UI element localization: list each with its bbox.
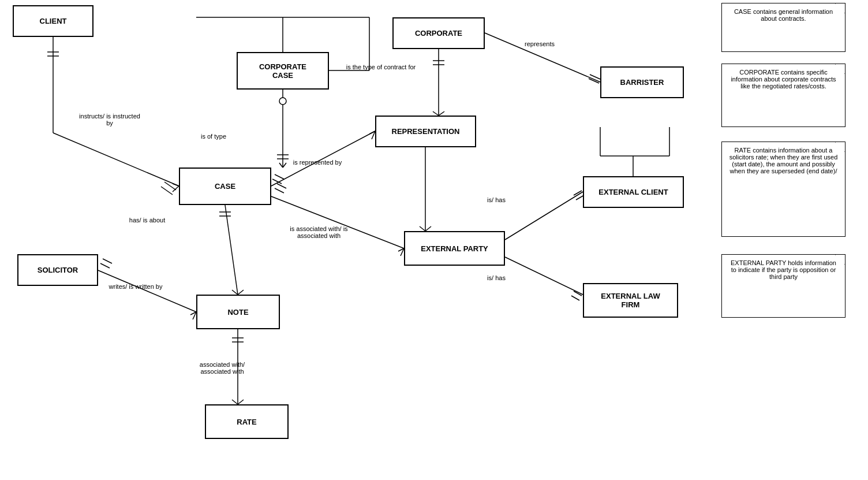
entity-external-client: EXTERNAL CLIENT <box>583 176 684 208</box>
note-rate: RATE contains information about a solici… <box>721 142 845 237</box>
label-is-of-type: is of type <box>190 133 237 140</box>
svg-line-5 <box>161 187 173 195</box>
label-is-type-contract: is the type of contract for <box>335 64 427 70</box>
svg-line-49 <box>238 290 244 295</box>
svg-line-22 <box>439 111 444 116</box>
entity-external-law-firm: EXTERNAL LAW FIRM <box>583 283 678 318</box>
entity-corporate: CORPORATE <box>392 17 485 49</box>
svg-line-39 <box>505 192 583 240</box>
label-writes: writes/ is written by <box>107 283 164 290</box>
label-is-has-external-client: is/ has <box>479 196 514 203</box>
entity-case: CASE <box>179 168 271 205</box>
svg-line-45 <box>225 205 238 295</box>
entity-rate: RATE <box>205 404 289 439</box>
svg-line-4 <box>164 182 176 190</box>
svg-line-21 <box>433 111 439 116</box>
entity-representation: REPRESENTATION <box>375 116 476 147</box>
entity-note: NOTE <box>196 295 280 329</box>
svg-line-48 <box>232 290 238 295</box>
note-corporate: CORPORATE contains specific information … <box>721 64 845 127</box>
svg-line-7 <box>173 186 179 192</box>
svg-line-58 <box>232 400 238 404</box>
note-case: CASE contains general information about … <box>721 3 845 52</box>
svg-line-25 <box>590 75 600 79</box>
svg-line-50 <box>98 270 196 312</box>
diagram: CLIENT CORPORATE CORPORATE CASE BARRISTE… <box>0 0 868 480</box>
note-external-party: EXTERNAL PARTY holds information to indi… <box>721 254 845 318</box>
entity-client: CLIENT <box>13 5 93 37</box>
label-is-has-external-law: is/ has <box>479 274 514 281</box>
svg-line-35 <box>275 188 284 193</box>
svg-line-28 <box>275 174 284 179</box>
svg-line-59 <box>238 400 244 404</box>
label-instructs: instructs/ is instructed by <box>75 113 144 126</box>
svg-line-42 <box>505 257 583 295</box>
svg-line-51 <box>100 263 110 268</box>
svg-line-44 <box>571 296 579 300</box>
svg-line-6 <box>173 184 179 186</box>
svg-line-53 <box>190 312 196 315</box>
entity-corporate-case: CORPORATE CASE <box>237 52 329 90</box>
svg-line-37 <box>398 248 404 251</box>
svg-line-29 <box>369 131 375 134</box>
label-is-associated: is associated with/ is associated with <box>277 225 361 239</box>
entity-external-party: EXTERNAL PARTY <box>404 231 505 266</box>
label-associated-with: associated with/ associated with <box>185 361 260 375</box>
svg-line-43 <box>574 291 582 296</box>
entity-solicitor: SOLICITOR <box>17 254 98 286</box>
svg-line-32 <box>420 226 425 231</box>
svg-line-27 <box>272 179 282 184</box>
svg-line-36 <box>277 184 286 188</box>
svg-line-33 <box>425 226 431 231</box>
entity-barrister: BARRISTER <box>600 66 684 98</box>
svg-line-24 <box>589 79 599 83</box>
svg-line-52 <box>103 259 112 263</box>
label-has-is-about: has/ is about <box>124 217 170 224</box>
label-represents: represents <box>514 40 566 47</box>
svg-line-34 <box>271 196 404 248</box>
svg-line-1 <box>53 133 179 186</box>
svg-line-40 <box>574 191 582 195</box>
svg-point-9 <box>279 98 286 105</box>
label-is-represented-by: is represented by <box>277 159 358 166</box>
